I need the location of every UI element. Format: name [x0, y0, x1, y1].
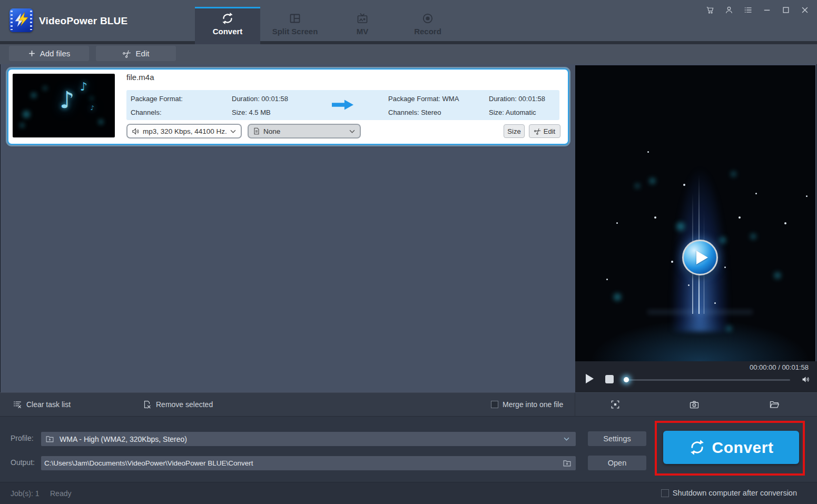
- output-panel: Profile: WMA - High (WMA2, 320Kbps, Ster…: [0, 416, 817, 482]
- browse-folder-icon[interactable]: [563, 459, 572, 468]
- music-note-icon: ♪: [60, 86, 74, 113]
- convert-annotation-highlight: Convert: [655, 421, 805, 476]
- preview-play-graphic: [682, 240, 718, 275]
- source-package-format: Package Format:: [131, 95, 183, 103]
- file-item[interactable]: ♪ ♪ ♪ file.m4a Package Format: Duration:…: [7, 68, 569, 145]
- play-icon: [586, 374, 594, 383]
- plus-icon: [28, 50, 36, 57]
- remove-document-icon: [142, 400, 152, 409]
- tab-convert[interactable]: Convert: [195, 7, 260, 44]
- playback-controls: 00:00:00 / 00:01:58: [575, 361, 817, 392]
- clear-list-icon: [13, 400, 22, 409]
- merge-option: Merge into one file: [491, 393, 563, 416]
- clear-task-list-button[interactable]: Clear task list: [13, 393, 71, 416]
- preview-watermark: [647, 310, 753, 314]
- target-duration: Duration: 00:01:58: [489, 95, 545, 103]
- volume-icon[interactable]: [801, 374, 811, 384]
- file-name: file.m4a: [126, 73, 154, 82]
- merge-label: Merge into one file: [503, 400, 563, 409]
- seek-slider[interactable]: [626, 379, 790, 381]
- convert-button[interactable]: Convert: [663, 431, 799, 464]
- scissors-icon: [121, 47, 133, 60]
- shutdown-option: Shutdown computer after conversion: [661, 489, 797, 497]
- play-button[interactable]: [586, 374, 594, 383]
- maximize-button[interactable]: [781, 5, 791, 15]
- target-channels: Channels: Stereo: [388, 108, 441, 116]
- chevron-down-icon: [348, 127, 356, 135]
- effect-dropdown[interactable]: None: [248, 124, 361, 139]
- menu-icon[interactable]: [743, 5, 753, 15]
- shutdown-label: Shutdown computer after conversion: [673, 489, 797, 497]
- document-icon: [252, 127, 261, 135]
- app-window: VideoPower BLUE Convert Split Screen MV …: [0, 0, 817, 504]
- scissors-icon: [533, 126, 543, 136]
- cart-icon[interactable]: [705, 5, 715, 15]
- tab-record[interactable]: Record: [395, 7, 460, 44]
- tv-icon: [330, 12, 395, 25]
- shutdown-checkbox[interactable]: [661, 489, 669, 497]
- split-screen-icon: [260, 12, 330, 25]
- size-button[interactable]: Size: [504, 124, 525, 138]
- tab-mv[interactable]: MV: [330, 7, 395, 44]
- profile-label: Profile:: [11, 434, 34, 442]
- settings-button[interactable]: Settings: [588, 431, 646, 446]
- stop-icon: [605, 375, 614, 383]
- source-channels: Channels:: [131, 108, 162, 116]
- seek-thumb[interactable]: [624, 377, 629, 382]
- status-bar: Job(s): 1 Ready Shutdown computer after …: [0, 482, 817, 504]
- open-folder-icon[interactable]: [769, 399, 780, 410]
- merge-checkbox[interactable]: [491, 401, 498, 408]
- chevron-down-icon: [563, 435, 570, 443]
- chevron-down-icon: [229, 127, 237, 135]
- time-display: 00:00:00 / 00:01:58: [750, 363, 809, 371]
- item-edit-button[interactable]: Edit: [529, 124, 560, 138]
- file-thumbnail: ♪ ♪ ♪: [13, 74, 115, 137]
- profile-folder-icon: [45, 434, 54, 443]
- file-info-panel: Package Format: Duration: 00:01:58 Chann…: [126, 90, 559, 120]
- preview-screen[interactable]: [575, 65, 815, 361]
- audio-format-dropdown[interactable]: mp3, 320 Kbps, 44100 Hz...: [126, 124, 242, 139]
- add-files-button[interactable]: Add files: [9, 46, 89, 61]
- open-button[interactable]: Open: [588, 456, 646, 470]
- target-package-format: Package Format: WMA: [388, 95, 459, 103]
- titlebar-actions: [705, 5, 810, 15]
- fullscreen-icon[interactable]: [610, 399, 621, 410]
- minimize-button[interactable]: [762, 5, 772, 15]
- target-size: Size: Automatic: [489, 108, 536, 116]
- jobs-count: Job(s): 1: [11, 489, 39, 498]
- lightning-icon-yellow: [16, 11, 31, 27]
- speaker-icon: [131, 127, 140, 136]
- source-size: Size: 4.5 MB: [232, 108, 271, 116]
- convert-arrow-icon: [332, 99, 354, 111]
- status-text: Ready: [50, 489, 71, 498]
- edit-button[interactable]: Edit: [96, 46, 176, 61]
- preview-action-bar: [575, 392, 817, 416]
- remove-selected-button[interactable]: Remove selected: [142, 393, 213, 416]
- record-icon: [395, 12, 460, 25]
- output-path-field[interactable]: C:\Users\Jam\Documents\VideoPower\VideoP…: [41, 456, 576, 470]
- toolbar: Add files Edit: [0, 44, 817, 64]
- snapshot-camera-icon[interactable]: [689, 399, 700, 410]
- tab-bar: Convert Split Screen MV Record: [195, 7, 460, 44]
- app-title: VideoPower BLUE: [39, 15, 127, 27]
- account-icon[interactable]: [724, 5, 734, 15]
- sync-icon: [689, 439, 705, 456]
- source-duration: Duration: 00:01:58: [232, 95, 288, 103]
- profile-select[interactable]: WMA - High (WMA2, 320Kbps, Stereo): [41, 432, 576, 446]
- close-button[interactable]: [800, 5, 810, 15]
- preview-floor-glow: [575, 314, 815, 361]
- sync-icon: [195, 12, 260, 25]
- stop-button[interactable]: [605, 375, 614, 383]
- music-note-icon: ♪: [90, 104, 94, 112]
- output-label: Output:: [11, 458, 35, 467]
- music-note-icon: ♪: [80, 80, 87, 93]
- app-logo: [9, 8, 33, 32]
- tab-split-screen[interactable]: Split Screen: [260, 7, 330, 44]
- titlebar: VideoPower BLUE Convert Split Screen MV …: [0, 0, 817, 41]
- task-list-bar: Clear task list Remove selected Merge in…: [0, 392, 575, 416]
